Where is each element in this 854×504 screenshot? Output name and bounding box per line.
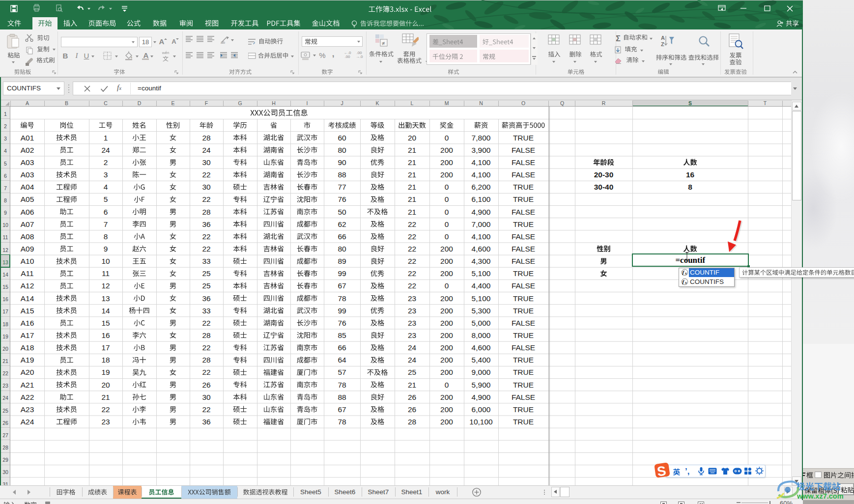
svg-text:x: x: [684, 280, 687, 285]
svg-text:x: x: [684, 271, 687, 276]
